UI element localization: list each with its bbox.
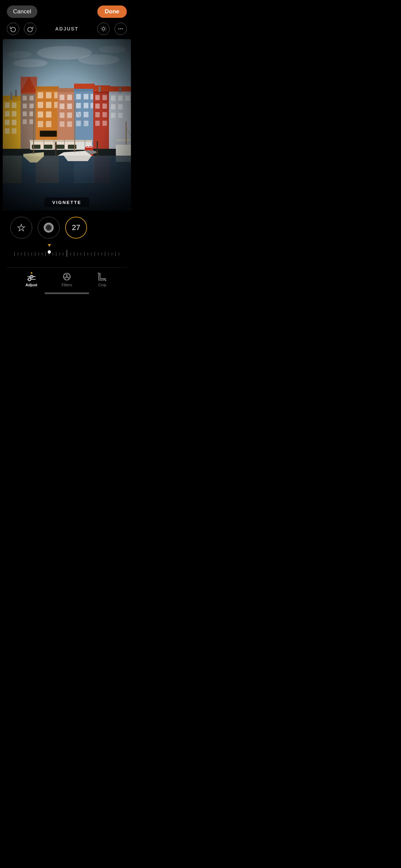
- svg-point-9: [118, 28, 119, 29]
- controls-section: 27: [0, 210, 134, 294]
- photo-container: VIGNETTE: [0, 39, 134, 210]
- slider-value-label: 27: [72, 223, 80, 232]
- svg-point-183: [48, 250, 51, 254]
- right-icons-group: [97, 23, 127, 35]
- svg-point-151: [46, 225, 51, 230]
- svg-point-11: [122, 28, 123, 29]
- svg-point-191: [28, 278, 31, 281]
- svg-point-184: [31, 272, 32, 274]
- light-tool-button[interactable]: [10, 217, 32, 239]
- cancel-button[interactable]: Cancel: [7, 5, 37, 18]
- vignette-tool-button[interactable]: [38, 217, 60, 239]
- filters-label: Filters: [62, 283, 72, 287]
- undo-redo-group: [7, 23, 36, 35]
- undo-button[interactable]: [7, 23, 19, 35]
- photo-image: VIGNETTE: [3, 39, 131, 210]
- crop-label: Crop: [98, 283, 106, 287]
- home-indicator: [45, 292, 89, 294]
- done-button[interactable]: Done: [97, 5, 127, 18]
- tab-crop[interactable]: Crop: [85, 272, 120, 287]
- slider-tick-marks: [8, 245, 125, 259]
- slider-indicator-triangle: [48, 244, 51, 247]
- top-bar: Cancel Done: [0, 0, 134, 21]
- bottom-nav: Adjust Filters: [7, 267, 127, 290]
- auto-enhance-button[interactable]: [97, 23, 110, 35]
- svg-marker-149: [18, 224, 25, 231]
- slider-section: [7, 243, 127, 261]
- adjust-icon: [27, 272, 36, 281]
- page-title: ADJUST: [55, 26, 78, 32]
- value-display-button[interactable]: 27: [65, 217, 87, 239]
- photo-wrapper: VIGNETTE: [3, 39, 131, 210]
- svg-point-0: [102, 27, 105, 30]
- tool-icons-row: 27: [7, 217, 127, 239]
- adjust-label: Adjust: [26, 283, 37, 287]
- svg-point-186: [31, 276, 32, 277]
- tab-filters[interactable]: Filters: [49, 272, 84, 287]
- more-options-button[interactable]: [114, 23, 127, 35]
- svg-line-4: [105, 31, 106, 31]
- crop-icon: [97, 272, 107, 281]
- svg-text:VIGNETTE: VIGNETTE: [52, 200, 81, 205]
- svg-line-8: [105, 27, 106, 27]
- second-bar: ADJUST: [0, 21, 134, 39]
- redo-button[interactable]: [24, 23, 36, 35]
- svg-rect-146: [3, 39, 131, 210]
- tab-adjust[interactable]: Adjust: [14, 272, 49, 287]
- svg-point-10: [120, 28, 121, 29]
- svg-line-3: [101, 27, 102, 27]
- svg-line-7: [101, 31, 102, 31]
- filters-icon: [62, 272, 72, 281]
